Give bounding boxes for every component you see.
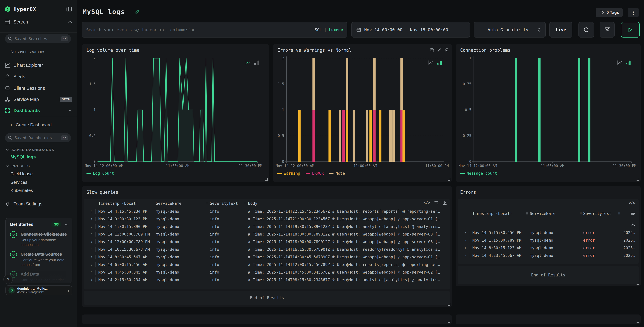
table-row[interactable]: Nov 14 12:00:00.789 PMmysql-demoinfo# Ti… (84, 230, 450, 238)
table-row[interactable]: Nov 14 4:23:45.567 AMmysql-demoerror2025… (458, 252, 638, 259)
column-header-servicename[interactable]: ServiceName (530, 209, 556, 218)
column-header-body[interactable]: Body (248, 199, 447, 208)
row-expand-icon[interactable] (90, 261, 93, 268)
date-range-picker[interactable]: Nov 14 00:00:00 - Nov 15 00:00:00 (352, 22, 470, 38)
sidebar-item-mysql-logs[interactable]: MySQL logs (0, 153, 77, 161)
step-title: Add Data (20, 272, 39, 276)
row-expand-icon[interactable] (90, 230, 93, 238)
chevron-up-icon[interactable] (64, 223, 68, 226)
group-presets[interactable]: PRESETS (0, 162, 77, 170)
group-saved-dashboards[interactable]: SAVED DASHBOARDS (0, 146, 77, 154)
dashboard-menu-button[interactable] (628, 8, 639, 17)
table-row[interactable]: Nov 14 8:30:45.567 AMmysql-demoinfo# Tim… (84, 253, 450, 261)
row-expand-icon[interactable] (90, 208, 93, 215)
svg-text:0.5: 0.5 (278, 134, 284, 138)
table-row[interactable]: Nov 14 3:00:30.123 PMmysql-demoinfo# Tim… (84, 215, 450, 223)
get-started-step[interactable]: Create Data SourcesConfigure where your … (10, 251, 68, 267)
svg-text:2: 2 (94, 56, 96, 60)
get-started-step[interactable]: Connect to ClickHouseSet up your databas… (10, 231, 68, 247)
user-name: dominic.tran@clic... (17, 287, 66, 290)
table-row[interactable]: Nov 14 4:45:00.345 AMmysql-demoinfo# Tim… (84, 268, 450, 276)
row-expand-icon[interactable] (90, 246, 93, 253)
drag-handle-icon[interactable] (206, 199, 208, 208)
user-menu[interactable]: D dominic.tran@clic... dominic.tran@clic… (6, 285, 72, 295)
table-row[interactable]: Nov 14 8:30:15.123 AMmysql-demoerror2025… (458, 244, 638, 252)
table-cell: Nov 14 5:15:30.456 PM (472, 229, 522, 236)
drag-handle-icon[interactable] (151, 199, 154, 208)
table-cell: info (210, 215, 219, 223)
table-row[interactable]: Nov 14 5:15:30.456 PMmysql-demoerror2025… (458, 229, 638, 236)
sidebar-item-clickhouse[interactable]: ClickHouse (0, 170, 77, 178)
row-expand-icon[interactable] (90, 238, 93, 246)
row-expand-icon[interactable] (90, 276, 93, 284)
drag-handle-icon[interactable] (580, 209, 582, 218)
table-cell: Nov 14 12:00:00.789 PM (98, 230, 150, 238)
chart-canvas[interactable]: 00.511.52Nov 14 12:00:00 AM11:00:00 AM11… (273, 44, 452, 182)
table-row[interactable]: Nov 14 4:15:45.234 PMmysql-demoinfo# Tim… (84, 208, 450, 215)
table-cell: mysql-demo (156, 268, 179, 276)
row-expand-icon[interactable] (90, 268, 93, 276)
table-cell: Nov 14 1:30:15.890 PM (98, 223, 148, 230)
row-expand-icon[interactable] (90, 215, 93, 223)
table-row[interactable]: Nov 14 2:15:30.234 AMmysql-demoinfo# Tim… (84, 276, 450, 284)
panel-errors-warnings: Errors vs Warnings vs Normal WarningERRO… (273, 44, 452, 182)
column-header-timestamp[interactable]: Timestamp (Local) (472, 209, 512, 218)
sidebar-item-team-settings[interactable]: Team Settings (0, 199, 77, 209)
sidebar-item-search[interactable]: Search (0, 17, 77, 27)
row-expand-icon[interactable] (464, 244, 466, 252)
sidebar-item-dashboards[interactable]: Dashboards (0, 106, 77, 116)
table-row[interactable]: Nov 14 12:00:00.789 PMmysql-demoinfo# Ti… (84, 238, 450, 246)
granularity-select[interactable]: Auto Granularity (474, 22, 546, 38)
saved-dashboards-input[interactable]: Saved Dashboards ⌘K (5, 133, 71, 142)
drag-handle-icon[interactable] (526, 209, 528, 218)
chart-explorer-icon (5, 63, 10, 68)
filter-button[interactable] (600, 22, 614, 38)
saved-dashboards-placeholder: Saved Dashboards (14, 136, 58, 140)
table-row[interactable]: Nov 14 1:15:00.789 PMmysql-demoerror2025… (458, 236, 638, 244)
row-expand-icon[interactable] (464, 236, 466, 244)
sql-toggle[interactable]: SQL (315, 28, 322, 32)
refresh-button[interactable] (578, 22, 594, 38)
user-email: dominic.tran@clickh... (17, 290, 66, 294)
row-expand-icon[interactable] (90, 223, 93, 230)
search-input[interactable] (86, 27, 312, 32)
download-icon[interactable] (630, 222, 635, 227)
create-dashboard-button[interactable]: + Create Dashboard (0, 120, 77, 129)
column-header-timestamp[interactable]: Timestamp (Local) (98, 199, 138, 208)
table-row[interactable]: Nov 14 10:15:30.678 AMmysql-demoinfo# Ti… (84, 246, 450, 253)
svg-text:1.5: 1.5 (278, 82, 284, 86)
sidebar-item-services[interactable]: Services (0, 178, 77, 186)
table-row[interactable]: Nov 14 1:30:15.890 PMmysql-demoinfo# Tim… (84, 223, 450, 230)
drag-handle-icon[interactable] (244, 199, 246, 208)
table-row[interactable]: Nov 14 6:00:15.456 AMmysql-demoinfo# Tim… (84, 261, 450, 268)
sidebar-item-label: Alerts (14, 74, 72, 80)
saved-searches-input[interactable]: Saved Searches ⌘K (5, 34, 71, 43)
sidebar-item-client-sessions[interactable]: Client Sessions (0, 83, 77, 93)
chart-canvas[interactable]: 00.511.52Nov 14 12:00:00 AM11:00:00 AM11… (82, 44, 269, 182)
tags-button[interactable]: 0 Tags (596, 8, 623, 17)
help-button[interactable]: ? (4, 275, 13, 284)
end-of-results: End of Results (84, 291, 450, 305)
live-button[interactable]: Live (550, 22, 572, 38)
row-expand-icon[interactable] (90, 253, 93, 261)
sidebar-item-service-map[interactable]: Service Map BETA (0, 94, 77, 105)
step-subtitle: Configure where your data comes from (20, 258, 68, 267)
svg-text:0.5: 0.5 (89, 134, 96, 138)
divider (95, 232, 96, 236)
sidebar-item-chart-explorer[interactable]: Chart Explorer (0, 60, 77, 70)
code-icon[interactable]: </> (628, 201, 635, 205)
run-query-button[interactable] (621, 22, 640, 38)
chart-canvas[interactable]: 00.250.50.751Nov 14 12:00:00 AM11:00:00 … (456, 44, 640, 182)
row-expand-icon[interactable] (464, 229, 466, 236)
column-header-severitytext[interactable]: SeverityText (210, 199, 238, 208)
get-started-step[interactable]: Add DataStart sending logs, metrics, or … (10, 271, 68, 283)
sidebar-item-alerts[interactable]: Alerts (0, 72, 77, 82)
column-header-severitytext[interactable]: SeverityText (583, 209, 611, 218)
sidebar-collapse-icon[interactable] (66, 6, 72, 12)
edit-title-icon[interactable] (135, 10, 140, 14)
sidebar-item-kubernetes[interactable]: Kubernetes (0, 186, 77, 194)
row-expand-icon[interactable] (464, 252, 466, 259)
drag-handle-icon[interactable] (618, 209, 620, 218)
lucene-toggle[interactable]: Lucene (329, 28, 343, 32)
column-header-servicename[interactable]: ServiceName (156, 199, 182, 208)
